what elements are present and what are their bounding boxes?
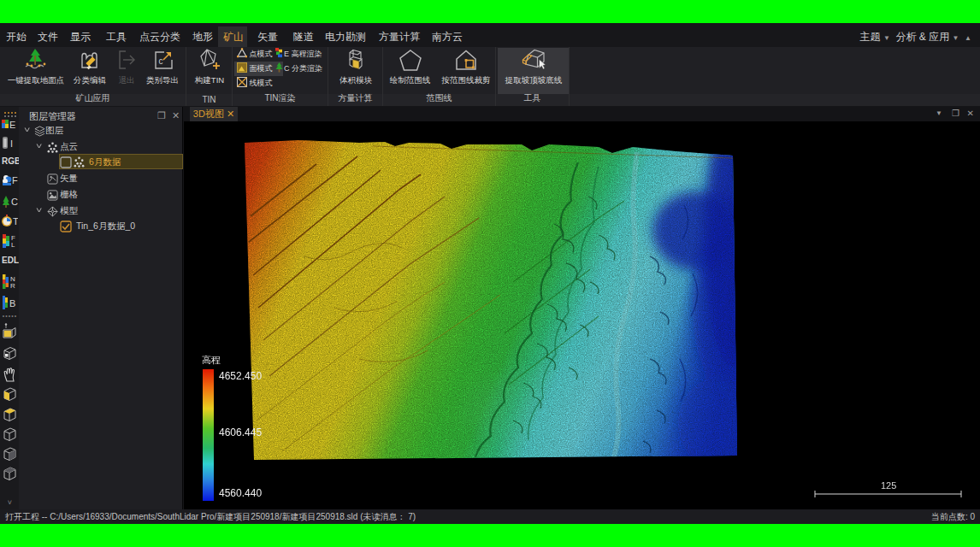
svg-text:4652.450: 4652.450	[219, 370, 262, 382]
svg-text:B: B	[9, 298, 15, 309]
svg-text:L: L	[11, 241, 15, 248]
svg-text:I: I	[10, 138, 13, 149]
svg-text:T: T	[13, 216, 18, 226]
svg-text:高程: 高程	[202, 355, 221, 365]
svg-text:F: F	[12, 175, 18, 185]
svg-text:R: R	[10, 282, 15, 289]
svg-text:C: C	[11, 197, 18, 207]
svg-text:E: E	[9, 120, 15, 130]
svg-text:125: 125	[881, 480, 896, 491]
svg-text:4606.445: 4606.445	[219, 426, 262, 438]
svg-text:c: c	[159, 56, 163, 66]
svg-text:4560.440: 4560.440	[219, 487, 262, 499]
